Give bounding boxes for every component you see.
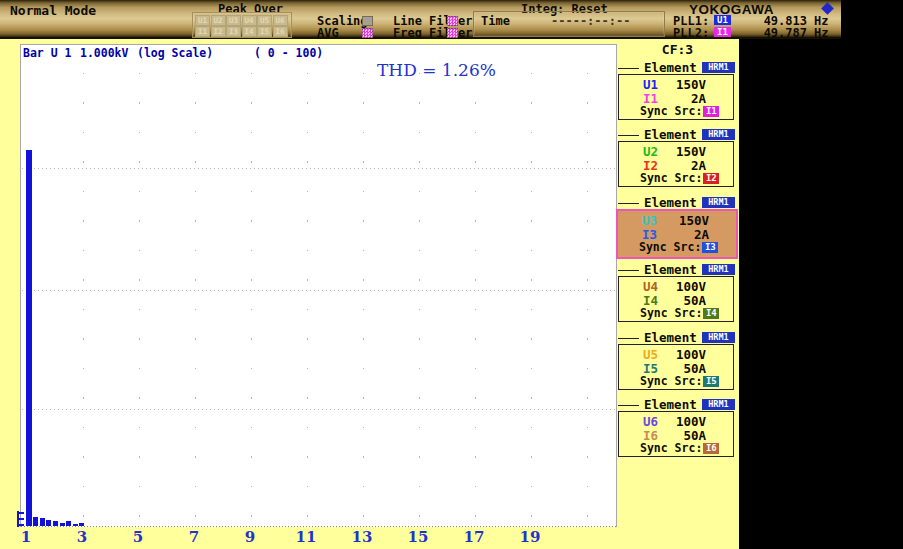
harmonic-bar-order-3: [40, 518, 45, 526]
x-tick-label-1: 1: [12, 530, 40, 545]
element-3-voltage-label: U3: [642, 214, 657, 227]
power-analyzer-screen: Normal Mode Peak Over U1U2U3U4U5U6I1I2I3…: [0, 0, 903, 549]
grid-decade-line: [22, 409, 615, 410]
x-tick-label-5: 5: [124, 530, 152, 545]
element-2-panel[interactable]: U2150VI22ASync Src:I2: [618, 141, 734, 187]
sync-src-label: Sync Src:: [640, 443, 702, 454]
peak-over-badge-u5: U5: [257, 15, 272, 26]
element-6-sync-src-badge: I6: [703, 443, 719, 454]
element-2-sync-row: Sync Src:I2: [640, 173, 719, 184]
x-tick-label-13: 13: [348, 530, 376, 545]
element-2-voltage-label-row: U2150V: [643, 145, 706, 158]
element-5-hrm1-badge: HRM1: [702, 332, 735, 343]
element-5-panel[interactable]: U5100VI550ASync Src:I5: [618, 344, 734, 390]
element-6-header: Element 6HRM1: [616, 398, 739, 411]
element-3-current-range: 2A: [694, 228, 709, 241]
peak-over-badge-i4: I4: [242, 26, 257, 37]
crest-factor-readout: CF:3: [616, 43, 739, 56]
sync-src-label: Sync Src:: [640, 173, 702, 184]
x-tick-label-7: 7: [180, 530, 208, 545]
element-3-block: Element 3HRM1U3150VI32ASync Src:I3: [616, 196, 739, 256]
x-tick-label-3: 3: [68, 530, 96, 545]
element-3-sync-row: Sync Src:I3: [639, 242, 718, 253]
element-4-sync-src-badge: I4: [703, 308, 719, 319]
peak-over-badge-u4: U4: [242, 15, 257, 26]
element-2-hrm1-badge: HRM1: [702, 129, 735, 140]
status-header-bar: Normal Mode Peak Over U1U2U3U4U5U6I1I2I3…: [0, 0, 841, 39]
peak-over-badge-i6: I6: [273, 26, 288, 37]
x-tick-label-19: 19: [516, 530, 544, 545]
element-5-voltage-range: 100V: [676, 348, 706, 361]
peak-over-indicator-panel: U1U2U3U4U5U6I1I2I3I4I5I6: [192, 12, 292, 38]
grid-column: [195, 73, 196, 525]
grid-column: [587, 73, 588, 525]
element-5-voltage-label: U5: [643, 348, 658, 361]
element-2-sync-src-badge: I2: [703, 173, 719, 184]
element-2-voltage-label: U2: [643, 145, 658, 158]
harmonic-bar-order-2: [33, 517, 38, 526]
element-6-panel[interactable]: U6100VI650ASync Src:I6: [618, 411, 734, 457]
element-3-current-label-row: I32A: [642, 228, 709, 241]
x-tick-label-9: 9: [236, 530, 264, 545]
x-tick-label-17: 17: [460, 530, 488, 545]
element-1-voltage-range: 150V: [676, 78, 706, 91]
grid-decade-line: [22, 168, 615, 169]
element-5-current-range: 50A: [683, 362, 706, 375]
avg-label: AVG: [317, 27, 339, 39]
element-1-panel[interactable]: U1150VI12ASync Src:I1: [618, 74, 734, 120]
element-4-voltage-range: 100V: [676, 280, 706, 293]
element-1-sync-row: Sync Src:I1: [640, 106, 719, 117]
peak-over-badge-i2: I2: [211, 26, 226, 37]
element-6-rule: [618, 405, 639, 406]
element-6-voltage-label: U6: [643, 415, 658, 428]
peak-over-badge-i1: I1: [195, 26, 210, 37]
peak-over-badge-u3: U3: [226, 15, 241, 26]
pll1-source-badge: U1: [714, 15, 731, 25]
element-4-panel[interactable]: U4100VI450ASync Src:I4: [618, 276, 734, 322]
time-value: -----:--:--: [551, 15, 630, 27]
peak-over-badge-i3: I3: [226, 26, 241, 37]
dc-bar-marker-tick: [19, 524, 24, 526]
element-3-header: Element 3HRM1: [616, 196, 739, 209]
line-filter-indicator: [447, 16, 458, 26]
grid-column: [419, 73, 420, 525]
element-2-rule: [618, 135, 639, 136]
sync-src-label: Sync Src:: [640, 308, 702, 319]
element-4-hrm1-badge: HRM1: [702, 264, 735, 275]
element-5-current-label-row: I550A: [643, 362, 706, 375]
grid-column: [475, 73, 476, 525]
grid-column: [531, 73, 532, 525]
element-6-block: Element 6HRM1U6100VI650ASync Src:I6: [616, 398, 739, 458]
pll2-frequency: 49.787: [745, 27, 807, 39]
element-5-rule: [618, 338, 639, 339]
peak-over-badge-u6: U6: [273, 15, 288, 26]
grid-column: [251, 73, 252, 525]
element-3-sync-src-badge: I3: [702, 242, 718, 253]
grid-column: [139, 73, 140, 525]
sync-src-label: Sync Src:: [639, 242, 701, 253]
element-3-current-label: I3: [642, 228, 657, 241]
grid-column: [307, 73, 308, 525]
sync-src-label: Sync Src:: [640, 106, 702, 117]
element-3-hrm1-badge: HRM1: [702, 197, 735, 208]
element-6-voltage-range: 100V: [676, 415, 706, 428]
graph-range-label: 1.000kV: [80, 48, 128, 60]
brand-diamond-icon: [821, 2, 834, 15]
element-3-rule: [618, 203, 639, 204]
pll2-unit: Hz: [814, 27, 828, 39]
element-1-block: Element 1HRM1U1150VI12ASync Src:I1: [616, 61, 739, 121]
element-4-sync-row: Sync Src:I4: [640, 308, 719, 319]
element-3-panel[interactable]: U3150VI32ASync Src:I3: [616, 209, 738, 259]
harmonic-bar-order-1: [26, 150, 32, 526]
element-sidebar: CF:3 Element 1HRM1U1150VI12ASync Src:I1E…: [616, 39, 739, 549]
element-1-hrm1-badge: HRM1: [702, 62, 735, 73]
freq-filter-label: Freq Filter: [393, 27, 472, 39]
thd-readout: THD = 1.26%: [377, 62, 496, 79]
element-1-header: Element 1HRM1: [616, 61, 739, 74]
mode-indicator: Normal Mode: [10, 4, 96, 17]
grid-column: [363, 73, 364, 525]
element-6-hrm1-badge: HRM1: [702, 399, 735, 410]
pll2-source-badge: I1: [714, 27, 731, 37]
element-2-block: Element 2HRM1U2150VI22ASync Src:I2: [616, 128, 739, 188]
element-1-voltage-label: U1: [643, 78, 658, 91]
